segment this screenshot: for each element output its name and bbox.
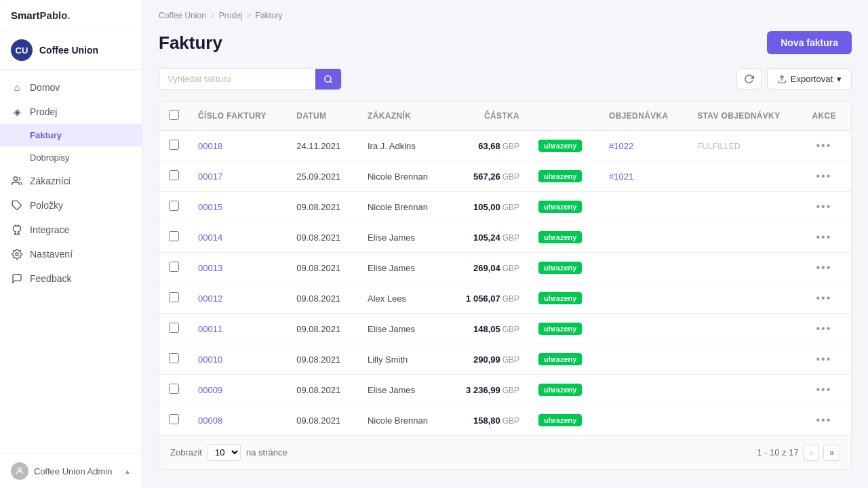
- breadcrumb-prodej[interactable]: Prodej: [219, 11, 243, 20]
- row-checkbox[interactable]: [159, 131, 189, 161]
- per-page-control: Zobrazit 10 25 50 na stránce: [170, 444, 288, 461]
- org-selector[interactable]: CU Coffee Union: [0, 31, 142, 70]
- breadcrumb: Coffee Union > Prodej > Faktury: [142, 0, 868, 26]
- logo-text: SmartPablo.: [11, 9, 71, 21]
- sidebar-item-feedback[interactable]: Feedback: [0, 266, 142, 291]
- row-actions: •••: [802, 131, 851, 161]
- row-castka: 567,26GBP: [448, 161, 529, 192]
- row-actions: •••: [802, 222, 851, 253]
- row-actions-button[interactable]: •••: [812, 382, 835, 397]
- chat-icon: [11, 272, 23, 285]
- row-zakaznik: Alex Lees: [358, 283, 448, 314]
- row-badge: uhrazeny: [529, 192, 599, 222]
- status-badge: uhrazeny: [538, 262, 582, 274]
- row-badge: uhrazeny: [529, 131, 599, 161]
- order-link[interactable]: #1022: [609, 141, 633, 151]
- row-zakaznik: Nicole Brennan: [358, 405, 448, 436]
- row-checkbox[interactable]: [159, 192, 189, 222]
- invoice-link[interactable]: 00013: [198, 263, 222, 273]
- next-page-button[interactable]: »: [823, 445, 840, 461]
- org-avatar: CU: [11, 39, 33, 61]
- per-page-select[interactable]: 10 25 50: [208, 444, 241, 461]
- user-avatar: [11, 462, 28, 480]
- row-objednavka: [599, 314, 688, 344]
- row-checkbox[interactable]: [159, 375, 189, 405]
- tag2-icon: [11, 199, 23, 211]
- breadcrumb-current: Faktury: [256, 11, 283, 20]
- row-actions-button[interactable]: •••: [812, 352, 835, 367]
- row-actions-button[interactable]: •••: [812, 321, 835, 336]
- invoice-link[interactable]: 00018: [198, 141, 222, 151]
- row-actions-button[interactable]: •••: [812, 413, 835, 428]
- org-name: Coffee Union: [39, 45, 98, 56]
- sidebar-item-zakaznici[interactable]: Zákazníci: [0, 169, 142, 193]
- row-zakaznik: Elise James: [358, 314, 448, 344]
- row-objednavka: [599, 283, 688, 314]
- col-checkbox: [159, 102, 189, 131]
- content-area: Faktury Nova faktura Exportovat ▾: [142, 26, 868, 488]
- invoice-link[interactable]: 00014: [198, 232, 222, 243]
- invoice-link[interactable]: 00017: [198, 171, 222, 182]
- row-stav: [688, 283, 802, 314]
- row-actions: •••: [802, 283, 851, 314]
- row-checkbox[interactable]: [159, 253, 189, 283]
- row-objednavka: #1022: [599, 131, 688, 161]
- sidebar-item-label: Položky: [30, 200, 63, 211]
- row-objednavka: [599, 253, 688, 283]
- search-input[interactable]: [159, 68, 315, 89]
- export-button[interactable]: Exportovat ▾: [767, 68, 852, 89]
- col-cislo: ČÍSLO FAKTURY: [189, 102, 287, 131]
- search-button[interactable]: [315, 69, 341, 89]
- sidebar-item-faktury[interactable]: Faktury: [0, 124, 142, 146]
- row-checkbox[interactable]: [159, 222, 189, 253]
- col-objednavka: OBJEDNÁVKA: [599, 102, 688, 131]
- invoice-link[interactable]: 00009: [198, 385, 222, 395]
- row-actions-button[interactable]: •••: [812, 199, 835, 214]
- row-actions: •••: [802, 405, 851, 436]
- sidebar-item-label: Nastavení: [30, 249, 73, 260]
- row-checkbox[interactable]: [159, 344, 189, 375]
- per-page-label: Zobrazit: [170, 447, 202, 458]
- select-all-checkbox[interactable]: [169, 110, 179, 120]
- row-stav: [688, 253, 802, 283]
- row-actions-button[interactable]: •••: [812, 138, 835, 153]
- row-datum: 09.08.2021: [287, 375, 358, 405]
- row-castka: 3 236,99GBP: [448, 375, 529, 405]
- row-checkbox[interactable]: [159, 405, 189, 436]
- sidebar-item-polozky[interactable]: Položky: [0, 193, 142, 218]
- prev-page-button[interactable]: «: [803, 445, 820, 461]
- invoice-link[interactable]: 00015: [198, 202, 222, 212]
- row-actions-button[interactable]: •••: [812, 260, 835, 275]
- nova-faktura-button[interactable]: Nova faktura: [767, 31, 852, 54]
- row-checkbox[interactable]: [159, 161, 189, 192]
- row-datum: 09.08.2021: [287, 192, 358, 222]
- sidebar-item-dobropisy[interactable]: Dobropisy: [0, 146, 142, 169]
- sidebar-item-nastaveni[interactable]: Nastavení: [0, 242, 142, 266]
- user-menu[interactable]: Coffee Union Admin ▲: [0, 453, 142, 488]
- row-invoice-number: 00014: [189, 222, 287, 253]
- row-objednavka: [599, 192, 688, 222]
- row-castka: 269,04GBP: [448, 253, 529, 283]
- row-checkbox[interactable]: [159, 283, 189, 314]
- table-row: 00018 24.11.2021 Ira J. Adkins 63,68GBP …: [159, 131, 851, 161]
- row-castka: 63,68GBP: [448, 131, 529, 161]
- row-objednavka: #1021: [599, 161, 688, 192]
- row-actions-button[interactable]: •••: [812, 230, 835, 245]
- sidebar-item-integrace[interactable]: Integrace: [0, 218, 142, 242]
- row-checkbox[interactable]: [159, 314, 189, 344]
- invoice-link[interactable]: 00012: [198, 293, 222, 304]
- row-actions-button[interactable]: •••: [812, 291, 835, 306]
- row-stav: [688, 222, 802, 253]
- row-actions: •••: [802, 253, 851, 283]
- refresh-button[interactable]: [736, 68, 762, 89]
- invoice-link[interactable]: 00008: [198, 415, 222, 426]
- sidebar-item-domov[interactable]: ⌂ Domov: [0, 75, 142, 100]
- row-stav: [688, 192, 802, 222]
- invoice-link[interactable]: 00011: [198, 324, 222, 334]
- invoice-link[interactable]: 00010: [198, 354, 222, 365]
- row-actions-button[interactable]: •••: [812, 169, 835, 184]
- row-objednavka: [599, 405, 688, 436]
- order-link[interactable]: #1021: [609, 171, 633, 182]
- breadcrumb-coffee-union[interactable]: Coffee Union: [159, 11, 206, 20]
- sidebar-item-prodej[interactable]: ◈ Prodej: [0, 100, 142, 124]
